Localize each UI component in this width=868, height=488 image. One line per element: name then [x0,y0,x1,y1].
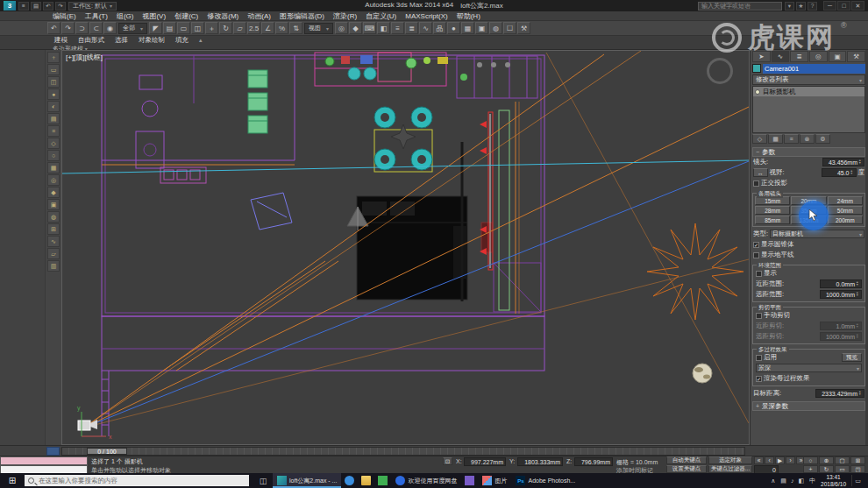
toolbar-icon[interactable]: ◤ [149,22,162,34]
stack-tool-icon[interactable]: ◇ [752,134,767,144]
stack-item-camera[interactable]: 目标摄影机 [753,87,864,96]
spinner[interactable] [858,391,863,396]
menu-item[interactable]: 视图(V) [138,11,170,21]
green-furniture[interactable] [248,70,267,133]
stock-lens-button[interactable]: 50mm [828,206,863,215]
taskbar-window-3dsmax[interactable]: loft公寓2.max - ... [273,473,341,488]
left-toolbar-icon[interactable]: ▭ [47,64,60,75]
stock-lens-button[interactable]: 85mm [755,216,790,224]
stock-lens-button[interactable]: 200mm [828,216,863,224]
taskbar-app-purple[interactable] [461,473,478,488]
left-toolbar-icon[interactable]: ○ [47,150,60,161]
viewport-canvas[interactable]: x y [62,51,749,444]
menu-item[interactable]: 渲染(R) [329,11,361,21]
modifier-stack[interactable]: 目标摄影机 [752,86,865,133]
toolbar-icon[interactable]: ＋ [205,22,218,34]
kitchen-counter[interactable] [315,53,510,86]
spinner[interactable] [850,170,855,175]
enable-checkbox[interactable] [756,355,762,361]
quick-access-icon[interactable]: ↶ [43,2,53,11]
toolbar-icon[interactable]: ↻ [219,22,232,34]
toolbar-icon[interactable]: ⌨ [363,22,376,34]
left-toolbar-icon[interactable]: ◐ [47,101,60,112]
toolbar-icon[interactable]: ↶ [47,22,60,34]
infocenter-icon[interactable]: ? [808,2,817,11]
taskbar-search[interactable] [25,475,249,486]
toolbar-icon[interactable]: ☐ [503,22,516,34]
selection-filter-dropdown[interactable]: 全部 [118,23,147,34]
spinner[interactable] [856,281,860,286]
toolbar-icon[interactable]: ◍ [489,22,502,34]
taskbar-app-browser[interactable] [341,473,358,488]
manual-clip-checkbox[interactable] [756,313,762,319]
y-coordinate-field[interactable]: 1803.333mm [517,457,563,466]
floor-plan[interactable] [102,55,544,436]
playback-button[interactable]: « [754,456,764,464]
far-range-field[interactable]: 1000.0mm [820,290,862,299]
effect-dropdown[interactable]: 景深 [756,364,862,372]
maximize-button[interactable]: □ [837,1,850,11]
menu-item[interactable]: 帮助(H) [452,11,485,21]
ribbon-tab[interactable]: 自由形式 [73,36,110,45]
toolbar-icon[interactable]: ◆ [349,22,362,34]
toolbar-icon[interactable]: % [275,22,288,34]
ribbon-tab[interactable]: 对象绘制 [133,36,170,45]
time-slider-track[interactable]: 0 / 100 [61,447,745,456]
maxscript-macro-recorder[interactable] [0,456,88,465]
stack-tool-icon[interactable]: ⊗ [800,134,815,144]
object-color-swatch[interactable] [752,64,761,73]
tray-icon[interactable]: ▤ [780,477,786,484]
toolbar-icon[interactable]: ≡ [391,22,404,34]
menu-item[interactable]: 编辑(E) [48,11,81,21]
rollout-dof[interactable]: 景深参数 [752,401,865,411]
toolbar-icon[interactable]: ▤ [163,22,176,34]
near-range-field[interactable]: 0.0mm [820,279,862,288]
left-toolbar-icon[interactable]: ∿ [47,236,60,247]
star-spline[interactable] [647,223,743,320]
toolbar-icon[interactable]: ▭ [177,22,190,34]
menu-item[interactable]: MAXScript(X) [401,12,452,20]
left-toolbar-icon[interactable]: ▤ [47,113,60,124]
left-toolbar-icon[interactable]: ▥ [47,260,60,272]
taskbar-window-baidu[interactable]: 欢迎使用百度网盘 [391,473,461,488]
taskbar-window-photoshop[interactable]: Ps Adobe Photosh... [511,473,580,488]
app-logo-icon[interactable]: 3 [4,1,16,11]
fov-field[interactable]: 45.0 [822,168,857,177]
left-toolbar-icon[interactable]: ◆ [47,187,60,198]
quick-access-icon[interactable]: ↷ [55,2,66,11]
sphere-object[interactable] [693,364,712,383]
quick-access-icon[interactable]: ▤ [31,2,41,11]
dining-set[interactable] [374,107,432,172]
taskbar-app-green[interactable] [374,473,391,488]
menu-item[interactable]: 修改器(M) [203,11,243,21]
taskbar-clock[interactable]: 13:41 2018/6/10 [821,474,846,487]
playback-button[interactable]: › [786,456,795,464]
left-toolbar-icon[interactable]: ≡ [47,125,60,137]
viewport-layout-tab[interactable] [46,447,60,456]
toolbar-icon[interactable]: 品 [433,22,446,34]
quick-access-icon[interactable]: ≡ [18,2,29,11]
tray-icon[interactable]: ♪ [791,477,794,484]
key-filters-button[interactable]: 关键点过滤器... [708,465,752,473]
viewport-nav-button[interactable]: ○ [803,456,818,464]
viewport-nav-button[interactable]: ⊞ [850,456,865,464]
stock-lens-button[interactable]: 28mm [755,206,790,215]
infocenter-icon[interactable]: ★ [796,2,806,11]
viewport-nav-button[interactable]: ◳ [850,465,865,473]
stock-lens-button[interactable]: 24mm [828,196,863,205]
ribbon-tab[interactable]: 建模 [49,36,73,45]
ribbon-tab[interactable]: 选择 [110,36,133,45]
infocenter-search-input[interactable] [698,2,782,11]
left-toolbar-icon[interactable]: ▣ [47,199,60,210]
camera-body[interactable] [78,420,97,430]
toolbar-icon[interactable]: ≣ [405,22,418,34]
ribbon-collapse-icon[interactable]: ▴ [196,37,206,44]
toolbar-icon[interactable]: ⊂ [89,22,103,34]
taskbar-app-explorer[interactable] [358,473,374,488]
start-button[interactable]: ⊞ [0,473,25,488]
viewport-nav-button[interactable]: ⊕ [819,456,834,464]
rollout-parameters[interactable]: 参数 [752,147,865,157]
object-name-field[interactable]: Camera001 [763,64,865,74]
left-toolbar-icon[interactable]: ◎ [47,174,60,186]
infocenter-icon[interactable]: ▾ [785,2,794,11]
